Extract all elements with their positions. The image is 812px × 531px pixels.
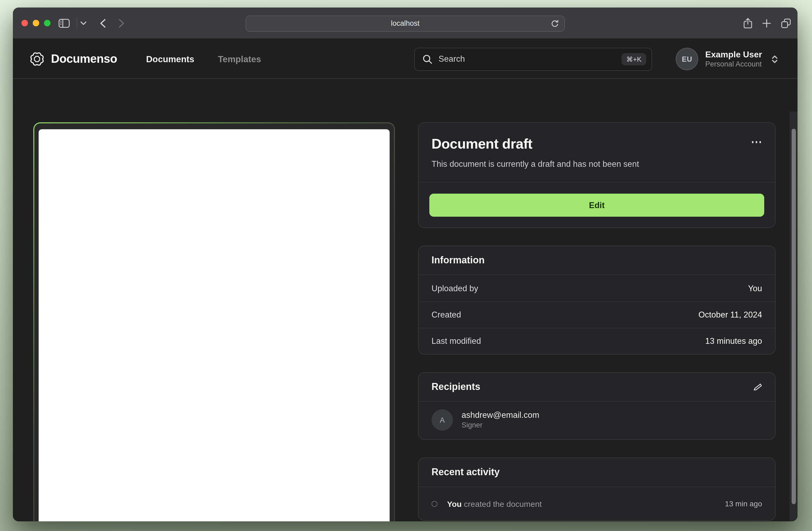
information-title: Information: [432, 255, 484, 266]
information-card: Information Uploaded by You Created Octo…: [418, 246, 775, 355]
recipients-title: Recipients: [432, 381, 480, 393]
sidebar-toggle-icon[interactable]: [58, 18, 70, 28]
account-menu[interactable]: EU Example User Personal Account: [676, 48, 778, 70]
reload-icon[interactable]: [550, 19, 560, 28]
nav-documents[interactable]: Documents: [146, 54, 194, 64]
main-content: Document draft This document is currentl…: [13, 112, 798, 521]
search-input[interactable]: Search ⌘+K: [414, 47, 652, 71]
recent-activity-title: Recent activity: [432, 467, 499, 478]
desktop-background: localhost: [0, 0, 812, 531]
activity-time: 13 min ago: [725, 499, 762, 508]
search-placeholder: Search: [438, 54, 615, 64]
activity-row: You created the document 13 min ago: [419, 487, 775, 520]
detail-sidebar: Document draft This document is currentl…: [418, 122, 775, 521]
main-nav: Documents Templates: [146, 54, 261, 64]
edit-button[interactable]: Edit: [429, 194, 764, 217]
info-row-uploaded-by: Uploaded by You: [419, 275, 775, 301]
info-value: You: [748, 283, 762, 293]
recent-activity-card: Recent activity You created the document…: [418, 458, 775, 521]
recipient-email: ashdrew@email.com: [462, 410, 539, 421]
more-options-icon[interactable]: [751, 136, 762, 148]
search-shortcut-badge: ⌘+K: [622, 53, 646, 65]
scrollbar-thumb[interactable]: [792, 129, 796, 504]
info-value: 13 minutes ago: [705, 336, 762, 346]
activity-actor: You: [447, 499, 462, 508]
scrollbar-track[interactable]: [789, 112, 798, 521]
back-button[interactable]: [100, 18, 105, 28]
activity-action: created the document: [462, 499, 542, 508]
document-status-subtitle: This document is currently a draft and h…: [432, 159, 762, 169]
recipients-card: Recipients A ashdrew@email.com: [418, 372, 775, 440]
zoom-window-button[interactable]: [44, 20, 50, 26]
share-icon[interactable]: [743, 18, 752, 29]
activity-status-circle-icon: [432, 501, 437, 506]
browser-window: localhost: [13, 8, 798, 521]
documenso-logo-icon: [29, 51, 45, 67]
info-label: Last modified: [432, 336, 481, 346]
account-name: Example User: [705, 49, 762, 60]
app-header: Documenso Documents Templates Search ⌘+K: [13, 40, 798, 79]
toolbar-divider: [76, 17, 77, 29]
document-status-title: Document draft: [432, 136, 532, 152]
tab-overview-icon[interactable]: [781, 18, 791, 28]
brand-name: Documenso: [51, 52, 117, 66]
recipient-role: Signer: [462, 421, 539, 430]
search-icon: [422, 54, 433, 64]
info-label: Created: [432, 310, 461, 320]
recipient-row: A ashdrew@email.com Signer: [419, 402, 775, 439]
chevron-up-down-icon: [771, 54, 778, 64]
document-preview-frame: [33, 122, 395, 521]
nav-templates[interactable]: Templates: [218, 54, 261, 64]
toolbar-right-actions: [743, 8, 791, 39]
document-status-card: Document draft This document is currentl…: [418, 122, 775, 228]
document-page[interactable]: [39, 129, 390, 521]
info-row-created: Created October 11, 2024: [419, 301, 775, 328]
activity-text: You created the document: [447, 499, 715, 508]
forward-button[interactable]: [118, 18, 124, 28]
address-bar[interactable]: localhost: [246, 15, 565, 31]
document-preview-inner: [34, 123, 394, 521]
window-controls: [13, 20, 50, 26]
minimize-window-button[interactable]: [33, 20, 39, 26]
sidebar-chevron-down-icon[interactable]: [80, 21, 86, 25]
info-row-last-modified: Last modified 13 minutes ago: [419, 328, 775, 354]
address-bar-url: localhost: [391, 19, 420, 27]
info-label: Uploaded by: [432, 283, 478, 293]
browser-toolbar: localhost: [13, 8, 798, 39]
close-window-button[interactable]: [21, 20, 28, 26]
documenso-app: Documenso Documents Templates Search ⌘+K: [13, 40, 798, 521]
recipient-avatar: A: [432, 409, 453, 431]
account-avatar: EU: [676, 48, 698, 70]
new-tab-icon[interactable]: [762, 19, 771, 28]
info-value: October 11, 2024: [698, 310, 762, 320]
brand[interactable]: Documenso: [29, 51, 117, 67]
account-type: Personal Account: [705, 60, 762, 69]
edit-recipients-pencil-icon[interactable]: [753, 382, 762, 392]
